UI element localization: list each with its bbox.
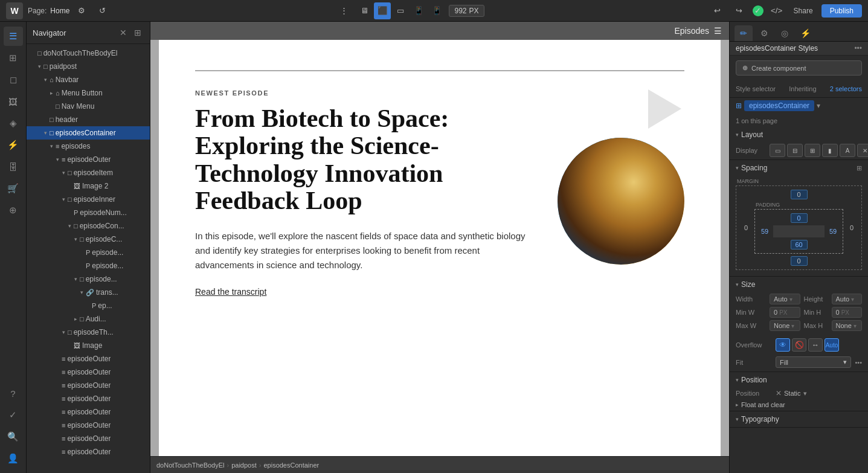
tree-arrow-episodes[interactable]: ▾ [47, 143, 56, 149]
help-icon[interactable]: ? [4, 384, 23, 403]
width-value[interactable]: Auto ▾ [770, 294, 800, 304]
display-flex-h-button[interactable]: ⊟ [787, 144, 803, 157]
margin-right-value[interactable]: 0 [846, 224, 858, 231]
page-name[interactable]: Home [50, 7, 69, 15]
triggers-tab[interactable]: ⚡ [796, 25, 814, 41]
tree-item-audio[interactable]: ▸□Audi... [27, 312, 150, 326]
tree-item-episodes[interactable]: ▾≡episodes [27, 140, 150, 153]
height-value[interactable]: Auto ▾ [832, 294, 863, 304]
navigator-icon[interactable]: ☰ [4, 27, 23, 46]
tree-item-menubtn[interactable]: ▸⌂Menu Button [27, 86, 150, 100]
padding-left-value[interactable]: 59 [759, 228, 771, 235]
tree-item-navmenu[interactable]: □Nav Menu [27, 100, 150, 113]
styles-icon[interactable]: ◈ [4, 114, 23, 133]
refresh-button[interactable]: ↺ [94, 2, 111, 19]
tablet-small-button[interactable]: ▭ [392, 2, 409, 19]
share-button[interactable]: Share [790, 5, 817, 17]
selectors-count-label[interactable]: 2 selectors [830, 85, 862, 92]
tree-arrow-trans[interactable]: ▾ [77, 289, 86, 295]
more-options-button[interactable]: ⋮ [335, 2, 352, 19]
float-row[interactable]: ▸ Float and clear [730, 400, 868, 411]
tree-arrow-episodeInner[interactable]: ▾ [59, 196, 68, 202]
breadcrumb-item-3[interactable]: episodesContainer [263, 462, 319, 469]
spacing-expand-button[interactable]: ⊞ [857, 164, 862, 172]
layout-section-header[interactable]: ▾ Layout [730, 127, 868, 143]
tree-item-header[interactable]: □header [27, 113, 150, 126]
settings-tab[interactable]: ⚙ [755, 25, 773, 41]
episodes-menu-icon[interactable]: ☰ [714, 26, 722, 36]
max-w-value[interactable]: None ▾ [770, 320, 800, 331]
mobile-button[interactable]: 📱 [410, 2, 427, 19]
create-component-button[interactable]: ⊕ Create component [736, 60, 862, 76]
undo-button[interactable]: ↩ [709, 2, 726, 19]
tree-item-episodesContainer[interactable]: ▾□episodesContainer [27, 126, 150, 140]
tree-item-episodeCon[interactable]: ▾□episodeCon... [27, 219, 150, 233]
overflow-visible-button[interactable]: 👁 [776, 338, 790, 352]
tree-item-paidpost[interactable]: ▾□paidpost [27, 60, 150, 73]
tree-item-episodeOuter5[interactable]: ≡episodeOuter [27, 392, 150, 405]
display-text-button[interactable]: A [840, 144, 855, 157]
tree-item-episodeOuter6[interactable]: ≡episodeOuter [27, 405, 150, 419]
assets-icon[interactable]: 🖼 [4, 92, 23, 111]
tree-item-episodeItem[interactable]: ▾□episodeItem [27, 166, 150, 179]
cms-icon[interactable]: 🗄 [4, 157, 23, 176]
interactions-tab[interactable]: ◎ [776, 25, 794, 41]
desktop-button[interactable]: 🖥 [356, 2, 373, 19]
overflow-scroll-button[interactable]: ↔ [808, 338, 823, 352]
apps-icon[interactable]: ⊕ [4, 201, 23, 220]
interactions-icon[interactable]: ⚡ [4, 135, 23, 155]
margin-top-value[interactable]: 0 [791, 190, 808, 199]
fit-select[interactable]: Fill ▾ [776, 356, 851, 368]
tree-item-episodeOuter3[interactable]: ≡episodeOuter [27, 365, 150, 379]
tree-item-ep[interactable]: Pep... [27, 299, 150, 312]
components-icon[interactable]: ◻ [4, 70, 23, 89]
expand-navigator-button[interactable]: ⊞ [132, 27, 144, 39]
padding-bottom-value[interactable]: 60 [791, 240, 808, 249]
tree-item-episodeOuter4[interactable]: ≡episodeOuter [27, 379, 150, 392]
display-none-button[interactable]: ✕ [857, 144, 868, 157]
breadcrumb-item-2[interactable]: paidpost [231, 462, 257, 469]
position-section-header[interactable]: ▾ Position [730, 372, 868, 388]
close-navigator-button[interactable]: ✕ [117, 27, 129, 39]
tree-item-image3[interactable]: 🖼Image [27, 339, 150, 352]
ecommerce-icon[interactable]: 🛒 [4, 179, 23, 198]
publish-button[interactable]: Publish [821, 4, 862, 18]
code-view-button[interactable]: </> [768, 2, 785, 19]
mobile-small-button[interactable]: 📱 [428, 2, 445, 19]
tree-arrow-episodeTh[interactable]: ▾ [59, 329, 68, 335]
styles-tab[interactable]: ✏ [735, 25, 753, 41]
qa-icon[interactable]: ✓ [4, 405, 23, 425]
max-h-value[interactable]: None ▾ [832, 320, 863, 331]
min-w-value[interactable]: 0 PX [770, 307, 800, 318]
selector-dropdown-button[interactable]: ▾ [817, 101, 820, 110]
typography-section-header[interactable]: ▾ Typography [730, 411, 868, 427]
breadcrumb-item-1[interactable]: doNotTouchTheBodyEl [156, 462, 225, 469]
tree-arrow-episodeOuter1[interactable]: ▾ [53, 156, 62, 162]
tree-arrow-paidpost[interactable]: ▾ [35, 63, 43, 69]
min-h-value[interactable]: 0 PX [832, 307, 863, 318]
account-icon[interactable]: 👤 [4, 449, 23, 468]
tree-item-image2[interactable]: 🖼Image 2 [27, 179, 150, 193]
tree-item-episodeInner[interactable]: ▾□episodeInner [27, 193, 150, 206]
padding-right-value[interactable]: 59 [827, 228, 839, 235]
display-block-button[interactable]: ▭ [770, 144, 785, 157]
tree-item-trans[interactable]: ▾🔗trans... [27, 286, 150, 299]
overflow-hidden-button[interactable]: 🚫 [792, 338, 806, 352]
tree-arrow-navbar[interactable]: ▾ [41, 77, 50, 83]
search-icon[interactable]: 🔍 [4, 427, 23, 446]
tree-arrow-episodeC2[interactable]: ▾ [71, 236, 80, 242]
tree-arrow-episodesContainer[interactable]: ▾ [41, 130, 50, 136]
tree-item-episodeOuter1[interactable]: ▾≡episodeOuter [27, 153, 150, 166]
tree-arrow-menubtn[interactable]: ▸ [47, 90, 56, 96]
tree-item-episodeItem2[interactable]: ▾□episode... [27, 272, 150, 286]
tree-arrow-episodeItem2[interactable]: ▾ [71, 276, 80, 282]
canvas-content[interactable]: NEWEST EPISODE From Biotech to Space: Ex… [150, 40, 729, 456]
overflow-auto-button[interactable]: Auto [825, 338, 839, 352]
tree-item-episodeOuter8[interactable]: ≡episodeOuter [27, 432, 150, 445]
tree-item-episodeC2[interactable]: ▾□episodeC... [27, 233, 150, 246]
tree-item-episodeOuter2[interactable]: ≡episodeOuter [27, 352, 150, 365]
tree-item-episodeNum[interactable]: PepisodeNum... [27, 206, 150, 219]
position-select-dropdown[interactable]: ▾ [803, 390, 807, 397]
styles-more-button[interactable]: ••• [854, 44, 862, 53]
padding-top-value[interactable]: 0 [791, 213, 808, 223]
